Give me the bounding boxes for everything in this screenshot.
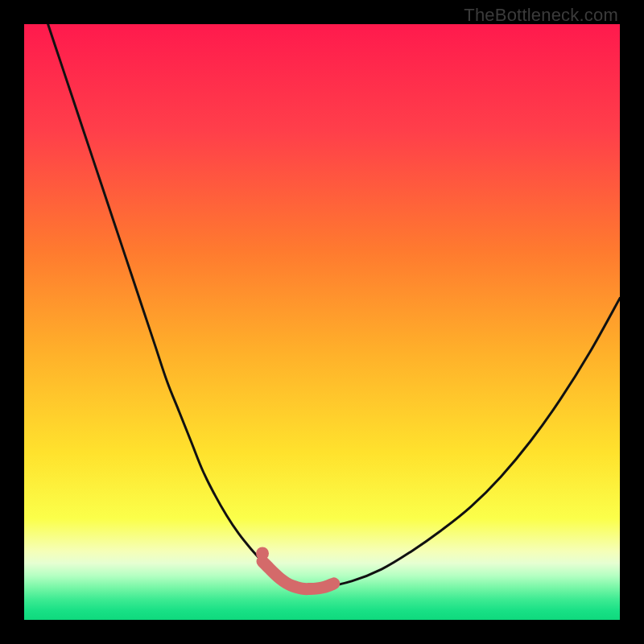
curve-layer — [24, 24, 620, 620]
bottleneck-curve — [48, 24, 620, 589]
chart-frame: TheBottleneck.com — [0, 0, 644, 644]
flat-bottom-marker — [262, 561, 334, 588]
plot-area — [24, 24, 620, 620]
watermark-text: TheBottleneck.com — [464, 5, 618, 26]
marker-start-dot — [256, 547, 269, 559]
